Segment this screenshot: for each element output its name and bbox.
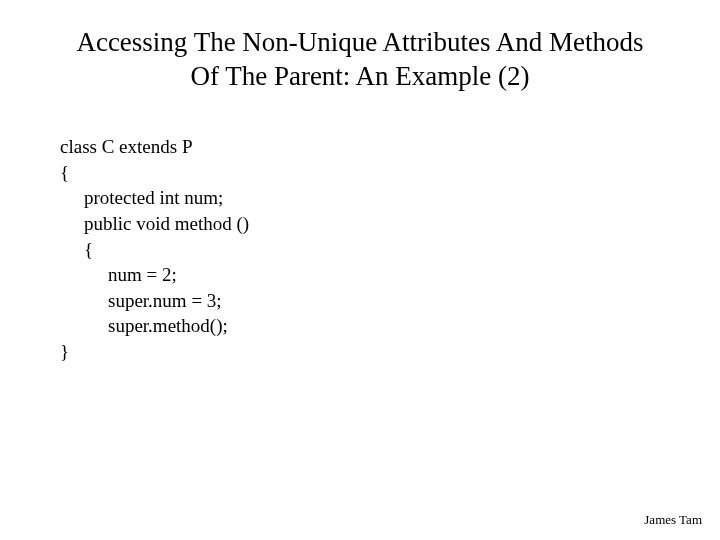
code-line: { (60, 160, 249, 186)
footer-author: James Tam (644, 512, 702, 528)
title-line-1: Accessing The Non-Unique Attributes And … (76, 27, 643, 57)
slide: Accessing The Non-Unique Attributes And … (0, 0, 720, 540)
code-line: protected int num; (60, 185, 249, 211)
code-line: super.method(); (60, 313, 249, 339)
code-block: class C extends P { protected int num; p… (60, 134, 249, 365)
slide-title: Accessing The Non-Unique Attributes And … (0, 26, 720, 94)
code-line: } (60, 339, 249, 365)
code-line: public void method () (60, 211, 249, 237)
title-line-2: Of The Parent: An Example (2) (190, 61, 529, 91)
code-line: super.num = 3; (60, 288, 249, 314)
code-line: { (60, 237, 249, 263)
code-line: num = 2; (60, 262, 249, 288)
code-line: class C extends P (60, 134, 249, 160)
